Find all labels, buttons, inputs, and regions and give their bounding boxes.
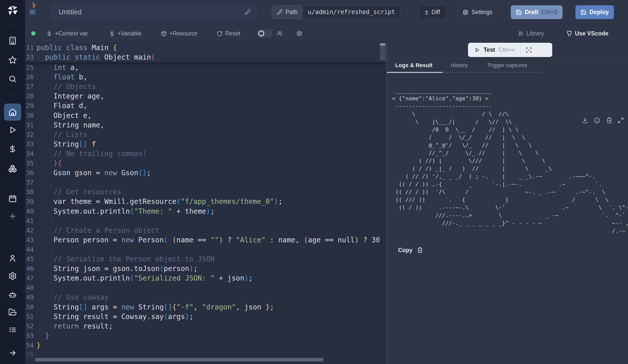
line-number: 34 [25,149,34,159]
list-icon[interactable] [8,326,17,334]
schedules-calendar-icon[interactable] [8,194,17,203]
line-number: 11 [25,43,34,53]
settings-gear-icon[interactable] [8,272,17,280]
save-icon [516,9,522,15]
tab-history[interactable]: History [451,62,468,69]
code-line[interactable]: 38 // Get resources [25,187,386,197]
code-line[interactable]: 40 System.out.println("Theme: " + theme)… [25,207,386,216]
code-line[interactable]: 49 // Use cowsay [25,293,386,302]
code-line[interactable]: 29 Float d, [25,101,386,111]
code-editor[interactable]: 11public class Main {23 public static Ob… [25,43,386,364]
code-line[interactable]: 31 String name, [25,120,386,130]
line-number: 43 [25,235,34,245]
code-line[interactable]: 43 Person person = new Person( (name == … [25,235,386,245]
runs-play-icon[interactable] [8,126,17,134]
script-title-input[interactable]: Untitled [52,5,256,20]
code-line[interactable]: 30 Object e, [25,111,386,120]
draft-shortcut: Ctrl+S [541,9,558,16]
code-line[interactable]: 48 [25,283,386,293]
line-number: 40 [25,207,34,216]
code-line[interactable]: 11public class Main { [25,43,386,53]
code-line[interactable]: 42 // Create a Person object [25,226,386,235]
tab-trigger-captures[interactable]: Trigger captures [487,62,527,69]
line-number: 49 [25,293,34,302]
code-line[interactable]: 39 var theme = Wmill.getResource("f/app_… [25,197,386,206]
variables-dollar-icon[interactable] [8,145,17,153]
path-group: Path u/admin/refreshed_script [272,5,400,19]
editor-settings-gear-icon[interactable] [296,30,302,36]
code-line[interactable]: 36 Gson gson = new Gson(); [25,168,386,178]
line-number: 33 [25,140,34,149]
code-line[interactable]: 27 // Objects [25,82,386,92]
code-line[interactable]: 53 } [25,331,386,341]
collaborators-users-icon[interactable] [277,30,283,36]
resources-boxes-icon[interactable] [8,164,17,173]
path-value: u/admin/refreshed_script [308,9,395,16]
code-line[interactable]: 51 String result = Cowsay.say(args); [25,312,386,322]
copy-result-button[interactable]: Copy [398,247,423,254]
line-number: 38 [25,187,34,197]
code-line[interactable]: 33 String[] f [25,140,386,149]
line-number: 35 [25,159,34,168]
use-vscode-button[interactable]: Use VScode [566,30,608,37]
code-line[interactable]: 26 float b, [25,72,386,82]
rotate-icon [217,30,223,36]
dollar-icon [109,30,115,36]
code-line[interactable]: 23 public static Object main( [25,53,386,62]
code-line[interactable]: 47 System.out.println("Serialized JSON: … [25,274,386,283]
test-button[interactable]: Test Ctrl+↵ [468,43,552,57]
user-icon[interactable] [8,254,17,262]
code-line[interactable]: 35 ){ [25,159,386,168]
panel-tabs: Logs & Result History Trigger captures [387,59,542,73]
code-line[interactable]: 54} [25,341,386,350]
line-number: 27 [25,82,34,92]
code-line[interactable]: 46 String json = gson.toJson(person); [25,264,386,274]
code-line[interactable]: 34 // No trailing commas! [25,149,386,159]
code-line[interactable]: 41 [25,216,386,226]
test-shortcut: Ctrl+↵ [499,47,516,53]
collapse-arrow-right-icon[interactable] [8,349,17,357]
code-line[interactable]: 32 // Lists [25,130,386,140]
home-icon[interactable] [8,108,17,116]
preview-panel: Test Ctrl+↵ Logs & Result History Trigge… [386,43,628,364]
code-line[interactable]: 37 [25,178,386,187]
code-line[interactable]: 25 int a, [25,63,386,72]
line-number: 28 [25,92,34,101]
pencil-icon [277,9,283,15]
clipboard-copy-icon [417,247,423,253]
folder-open-icon[interactable] [8,308,17,316]
sidebar-divider [3,24,23,25]
vertical-scrollbar[interactable] [380,43,385,60]
code-line[interactable]: 52 return result; [25,322,386,331]
settings-button[interactable]: Settings [457,5,498,19]
topbar: Java Untitled Path u/admin/refreshed_scr… [25,0,628,24]
capture-scan-button[interactable] [521,47,537,53]
code-line[interactable]: 45 // Serialize the Person object to JSO… [25,254,386,264]
add-resource-button[interactable]: +Resource [161,30,198,37]
library-button[interactable]: Library [518,30,544,37]
add-context-var-button[interactable]: +Context var [46,30,88,37]
add-variable-button[interactable]: +Variable [109,30,142,37]
draft-button[interactable]: Draft Ctrl+S [511,5,563,19]
diff-button[interactable]: ± Diff [419,5,445,19]
bot-icon[interactable] [8,290,17,299]
result-output: _____________________________ < {"name":… [392,87,627,238]
line-number: 31 [25,120,34,130]
reset-button[interactable]: Reset [217,30,240,37]
workspace-building-icon[interactable] [8,36,17,45]
horizontal-scrollbar[interactable] [35,358,323,361]
path-value-input[interactable]: u/admin/refreshed_script [303,5,400,19]
code-line[interactable]: 28 Integer age, [25,92,386,101]
script-title-value: Untitled [59,8,245,16]
code-line[interactable]: 44 [25,245,386,254]
favorites-star-icon[interactable] [8,56,17,64]
edit-pencil-icon[interactable] [245,9,251,15]
deploy-button[interactable]: Deploy [575,5,614,19]
search-icon[interactable] [8,75,17,83]
code-line[interactable]: 50 String[] args = new String[]{"-f", "d… [25,302,386,312]
path-edit-button[interactable]: Path [272,5,303,19]
diff-mode-toggle[interactable] [257,29,272,38]
add-plus-icon[interactable] [8,212,17,220]
tab-logs-result[interactable]: Logs & Result [395,62,433,69]
windmill-logo[interactable] [7,5,18,17]
